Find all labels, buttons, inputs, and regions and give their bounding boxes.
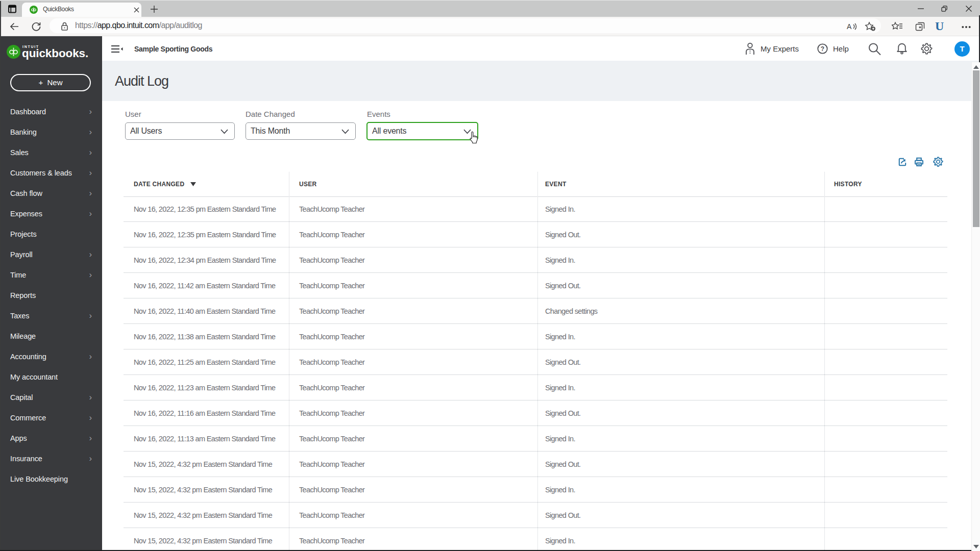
svg-text:A: A [847,22,852,31]
svg-text:?: ? [821,45,824,53]
